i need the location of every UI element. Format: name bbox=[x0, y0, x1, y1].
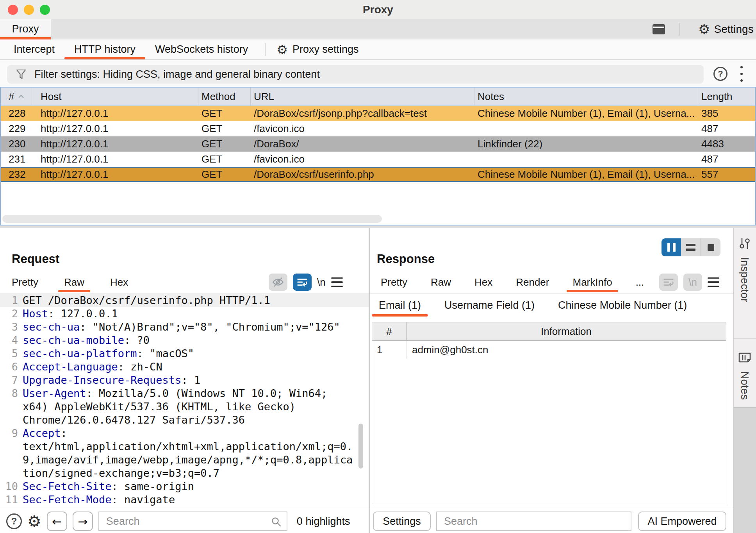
help-icon[interactable]: ? bbox=[6, 513, 22, 529]
newline-toggle-icon[interactable]: \n bbox=[317, 276, 326, 288]
word-wrap-icon[interactable] bbox=[659, 274, 678, 291]
dock-layout-icon[interactable] bbox=[652, 23, 665, 35]
request-line: 2 Host: 127.0.0.1 bbox=[0, 307, 369, 320]
request-raw-editor[interactable]: 1 GET /DoraBox/csrf/userinfo.php HTTP/1.… bbox=[0, 294, 369, 509]
intercept-control-group bbox=[662, 238, 720, 256]
sort-ascending-icon bbox=[18, 95, 24, 98]
horizontal-scrollbar[interactable] bbox=[2, 215, 382, 223]
tab-proxy[interactable]: Proxy bbox=[0, 19, 51, 39]
markinfo-settings-button[interactable]: Settings bbox=[373, 512, 431, 531]
response-view-tab[interactable]: Hex bbox=[469, 273, 498, 292]
request-line: 5 sec-ch-ua-platform: "macOS" bbox=[0, 347, 369, 360]
request-line: 11 Sec-Fetch-Mode: navigate bbox=[0, 493, 369, 506]
more-options-icon[interactable] bbox=[740, 66, 743, 82]
line-text: Accept-Language: zh-CN bbox=[23, 360, 353, 374]
request-line: 10 Sec-Fetch-Site: same-origin bbox=[0, 480, 369, 493]
sub-tab[interactable]: HTTP history bbox=[64, 39, 145, 59]
response-view-tab[interactable]: Pretty bbox=[375, 273, 413, 292]
response-view-tab[interactable]: Raw bbox=[425, 273, 457, 292]
line-text: User-Agent: Mozilla/5.0 (Windows NT 10.0… bbox=[23, 387, 353, 427]
line-number: 10 bbox=[0, 480, 18, 493]
help-icon[interactable]: ? bbox=[713, 67, 727, 81]
stop-icon bbox=[708, 244, 714, 251]
response-toolbar-icons: \n bbox=[659, 274, 719, 291]
history-row[interactable]: 228 http://127.0.0.1 GET /DoraBox/csrf/j… bbox=[1, 106, 755, 121]
proxy-settings-tab[interactable]: ⚙ Proxy settings bbox=[273, 39, 362, 59]
markinfo-category-tab[interactable]: Username Field (1) bbox=[437, 294, 542, 317]
request-search bbox=[98, 512, 287, 531]
back-arrow-icon: ← bbox=[52, 515, 62, 528]
column-header-notes[interactable]: Notes bbox=[474, 88, 698, 106]
markinfo-category-tab[interactable]: Chinese Mobile Number (1) bbox=[551, 294, 694, 317]
inspector-icon bbox=[738, 237, 751, 250]
word-wrap-icon[interactable] bbox=[293, 274, 312, 291]
funnel-icon bbox=[16, 69, 27, 80]
request-tabs-divider bbox=[0, 293, 369, 293]
newline-toggle-icon[interactable]: \n bbox=[683, 274, 702, 291]
request-response-divider[interactable] bbox=[369, 228, 370, 533]
column-header-url[interactable]: URL bbox=[251, 88, 474, 106]
tab-notes[interactable]: Notes bbox=[736, 351, 753, 400]
history-row[interactable]: 230 http://127.0.0.1 GET /DoraBox/ Linkf… bbox=[1, 136, 755, 152]
hide-highlight-icon[interactable] bbox=[269, 274, 287, 291]
column-header-host[interactable]: Host bbox=[32, 88, 198, 106]
markinfo-column-num[interactable]: # bbox=[372, 322, 407, 340]
gear-icon: ⚙ bbox=[698, 23, 710, 36]
response-view-tab[interactable]: ... bbox=[630, 273, 650, 292]
line-text: GET /DoraBox/csrf/userinfo.php HTTP/1.1 bbox=[23, 294, 353, 307]
line-number: 7 bbox=[0, 374, 18, 387]
sidebar-divider bbox=[734, 338, 756, 339]
response-view-tab[interactable]: MarkInfo bbox=[567, 273, 618, 292]
ai-empowered-button[interactable]: AI Empowered bbox=[638, 512, 726, 531]
filter-settings-text: Filter settings: Hiding CSS, image and g… bbox=[34, 68, 320, 80]
line-number: 3 bbox=[0, 320, 18, 334]
response-footer: Settings AI Empowered bbox=[370, 509, 733, 533]
line-text: Sec-Fetch-Mode: navigate bbox=[23, 493, 353, 506]
settings-button[interactable]: ⚙ Settings bbox=[698, 19, 754, 39]
history-row[interactable]: 232 http://127.0.0.1 GET /DoraBox/csrf/u… bbox=[1, 167, 755, 182]
request-view-tab[interactable]: Hex bbox=[104, 273, 134, 292]
search-next-button[interactable]: → bbox=[73, 512, 93, 531]
sub-tab-divider bbox=[265, 43, 266, 56]
sub-tab-list: Intercept HTTP history WebSockets histor… bbox=[4, 39, 258, 59]
request-view-tab[interactable]: Raw bbox=[58, 273, 90, 292]
highlights-count: 0 highlights bbox=[297, 515, 350, 528]
line-text: sec-ch-ua: "Not/A)Brand";v="8", "Chromiu… bbox=[23, 320, 353, 334]
request-vertical-scrollbar[interactable] bbox=[358, 424, 363, 469]
pause-button[interactable] bbox=[662, 238, 681, 256]
history-row[interactable]: 229 http://127.0.0.1 GET /favicon.ico 48… bbox=[1, 121, 755, 136]
line-number: 5 bbox=[0, 347, 18, 360]
request-footer: ? ⚙ ← → 0 highlights bbox=[0, 509, 369, 533]
column-header-num[interactable]: # bbox=[1, 88, 32, 106]
gear-icon: ⚙ bbox=[276, 43, 288, 56]
request-view-tab[interactable]: Pretty bbox=[6, 273, 44, 292]
sub-tab[interactable]: WebSockets history bbox=[145, 39, 258, 59]
stop-button[interactable] bbox=[701, 238, 720, 256]
filter-settings-bar[interactable]: Filter settings: Hiding CSS, image and g… bbox=[7, 65, 704, 84]
line-text: Upgrade-Insecure-Requests: 1 bbox=[23, 374, 353, 387]
line-number: 4 bbox=[0, 334, 18, 347]
window-title: Proxy bbox=[0, 0, 756, 19]
editor-menu-icon[interactable] bbox=[331, 277, 343, 287]
search-previous-button[interactable]: ← bbox=[47, 512, 67, 531]
panel-splitter[interactable] bbox=[0, 225, 756, 228]
gear-icon[interactable]: ⚙ bbox=[27, 513, 41, 529]
tab-inspector[interactable]: Inspector bbox=[736, 237, 753, 302]
markinfo-column-info[interactable]: Information bbox=[407, 322, 726, 340]
editor-menu-icon[interactable] bbox=[708, 277, 719, 287]
line-number: 11 bbox=[0, 493, 18, 506]
column-header-method[interactable]: Method bbox=[198, 88, 251, 106]
markinfo-row[interactable]: 1 admin@gh0st.cn bbox=[372, 341, 726, 359]
column-header-length[interactable]: Length bbox=[698, 88, 755, 106]
line-text: Accept: text/html,application/xhtml+xml,… bbox=[23, 427, 353, 480]
history-row[interactable]: 231 http://127.0.0.1 GET /favicon.ico 48… bbox=[1, 152, 755, 167]
response-view-tab[interactable]: Render bbox=[510, 273, 555, 292]
queue-button[interactable] bbox=[681, 238, 701, 256]
http-history-table: # Host Method URL Notes Length 228 http:… bbox=[0, 87, 756, 225]
response-search bbox=[436, 512, 631, 531]
response-view-tabs: Pretty Raw Hex Render MarkInfo ... bbox=[375, 273, 650, 292]
request-search-input[interactable] bbox=[99, 512, 287, 530]
response-search-input[interactable] bbox=[437, 512, 631, 530]
sub-tab[interactable]: Intercept bbox=[4, 39, 64, 59]
markinfo-category-tab[interactable]: Email (1) bbox=[372, 294, 428, 317]
